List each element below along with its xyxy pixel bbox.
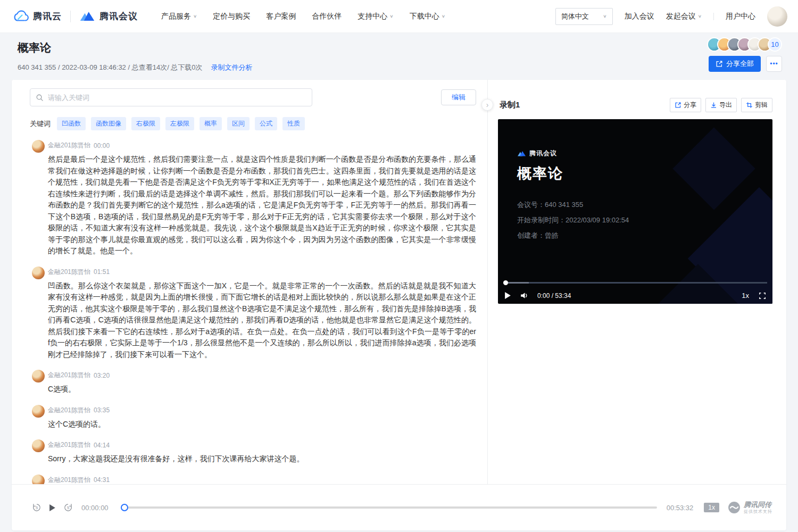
share-button[interactable]: 分享 [670, 98, 701, 112]
tencent-cloud-brand[interactable]: 腾讯云 [13, 10, 62, 23]
nav-item-cases[interactable]: 客户案例 [266, 12, 296, 21]
tencent-meeting-brand[interactable]: 腾讯会议 [79, 10, 138, 22]
entry-timestamp[interactable]: 04:31 [94, 476, 110, 484]
keyword-tag[interactable]: 公式 [255, 117, 277, 130]
transcript-entry[interactable]: 金融201陈晋怡 01:51 凹函数。那么你这个衣架就是，那你这下面这个一加X，… [32, 265, 476, 367]
current-time: 00:00:00 [81, 504, 109, 512]
keyword-tag[interactable]: 凹函数 [57, 117, 86, 130]
clip-button[interactable]: 剪辑 [741, 98, 772, 112]
share-all-button[interactable]: 分享全部 [709, 56, 761, 72]
record-time-line: 开始录制时间：2022/03/09 19:02:54 [517, 212, 629, 228]
nav-item-pricing[interactable]: 定价与购买 [213, 12, 250, 21]
page-header: 概率论 640 341 355 / 2022-03-09 18:46:32 / … [0, 33, 798, 80]
keyword-tag[interactable]: 概率 [200, 117, 222, 130]
viewer-avatar-stack[interactable]: 10 [707, 37, 782, 52]
search-input[interactable] [48, 94, 306, 102]
file-analysis-link[interactable]: 录制文件分析 [211, 63, 253, 72]
speaker-avatar [32, 405, 45, 418]
chevron-down-icon: ∨ [698, 14, 702, 19]
keywords-row: 关键词 凹函数 函数图像 右极限 左极限 概率 区间 公式 性质 [30, 117, 476, 130]
video-progress-handle[interactable] [503, 280, 508, 285]
nav-item-products[interactable]: 产品服务 ∨ [161, 12, 197, 21]
creator-line: 创建者：曾皓 [517, 228, 629, 243]
viewer-count-badge[interactable]: 10 [768, 37, 782, 52]
rewind-5s-button[interactable]: 5 [32, 503, 41, 512]
play-icon [49, 504, 56, 512]
entry-text[interactable]: 然后是最后一个是这个规范性，然后我们需要注意一点，就是这四个性质是我们判断一个函… [48, 154, 476, 257]
user-avatar[interactable] [767, 6, 787, 27]
meeting-number: 640 341 355 [545, 201, 583, 209]
timeline-slider[interactable] [121, 506, 657, 509]
transcript-entry[interactable]: 金融201陈晋怡 04:14 Sorry，大家这题我还是没有很准备好，这样，我们… [32, 438, 476, 471]
speaker-name: 金融201陈晋怡 [48, 440, 90, 450]
playback-speed-button[interactable]: 1x [742, 292, 749, 300]
tencent-meeting-label: 腾讯会议 [99, 10, 138, 22]
language-select[interactable]: 简体中文 ∨ [555, 8, 613, 25]
video-brand: 腾讯会议 [517, 149, 557, 158]
speaker-name: 金融201陈晋怡 [48, 268, 90, 277]
start-meeting-link[interactable]: 发起会议 ∨ [666, 12, 702, 21]
share-icon [675, 102, 681, 109]
video-progress-bar[interactable] [503, 282, 767, 284]
more-options-button[interactable]: ••• [766, 56, 782, 72]
entry-timestamp[interactable]: 00:00 [94, 142, 110, 149]
edit-button[interactable]: 编辑 [441, 89, 476, 105]
collapse-panel-button[interactable]: › [481, 99, 493, 111]
speaker-name: 金融201陈晋怡 [48, 476, 90, 485]
fullscreen-icon [759, 292, 766, 300]
speed-badge-button[interactable]: 1x [704, 503, 719, 512]
entry-timestamp[interactable]: 03:35 [94, 406, 110, 414]
keyword-tag[interactable]: 区间 [227, 117, 250, 130]
chevron-down-icon: ∨ [389, 14, 393, 19]
keyword-tag[interactable]: 右极限 [131, 117, 160, 130]
export-button[interactable]: 导出 [705, 98, 737, 112]
video-controls: 0:00 / 53:34 1x [504, 291, 766, 300]
tencent-meeting-logo-icon [79, 11, 95, 22]
video-time-display: 0:00 / 53:34 [537, 292, 571, 300]
search-row: 编辑 [30, 88, 476, 106]
entry-timestamp[interactable]: 04:14 [94, 442, 110, 449]
entry-text[interactable]: Sorry，大家这题我还是没有很准备好，这样，我们下次课再给大家讲这个题。 [48, 453, 476, 465]
fullscreen-button[interactable] [759, 292, 766, 300]
volume-button[interactable] [520, 291, 529, 300]
transcript-list[interactable]: 金融201陈晋怡 00:00 然后是最后一个是这个规范性，然后我们需要注意一点，… [12, 139, 487, 484]
video-buffer [508, 282, 529, 284]
creator-name: 曾皓 [545, 231, 559, 239]
content-card: 编辑 关键词 凹函数 函数图像 右极限 左极限 概率 区间 公式 性质 [12, 80, 786, 530]
play-button[interactable] [49, 504, 56, 512]
speaker-avatar [32, 475, 45, 485]
entry-text[interactable]: 凹函数。那么你这个衣架就是，那你这下面这个一加X，它是一个。就是非常正常的一个一… [48, 280, 476, 361]
join-meeting-link[interactable]: 加入会议 [625, 12, 654, 21]
keyword-tag[interactable]: 性质 [282, 117, 305, 130]
keyword-tag[interactable]: 函数图像 [91, 117, 126, 130]
speaker-name: 金融201陈晋怡 [48, 141, 90, 150]
entry-timestamp[interactable]: 01:51 [94, 268, 110, 276]
navbar-right: 简体中文 ∨ 加入会议 发起会议 ∨ 用户中心 [555, 6, 787, 27]
nav-item-download[interactable]: 下载中心 ∨ [410, 12, 445, 21]
recording-panel: 录制1 分享 [488, 80, 786, 484]
speaker-avatar [32, 267, 45, 279]
entry-timestamp[interactable]: 03:20 [94, 372, 110, 379]
transcript-entry[interactable]: 金融201陈晋怡 03:20 C选项。 [32, 369, 476, 402]
timeline-handle[interactable] [121, 504, 128, 511]
transcript-entry[interactable]: 金融201陈晋怡 03:35 这个C选项的话。 [32, 404, 476, 437]
forward-5s-button[interactable]: 5 [63, 503, 73, 512]
entry-text[interactable]: 这个C选项的话。 [48, 419, 476, 430]
translator-brand: 腾讯同传 提供技术支持 [728, 501, 772, 514]
nav-item-partners[interactable]: 合作伙伴 [312, 12, 342, 21]
panel-divider: › [487, 80, 488, 484]
header-buttons: 分享全部 ••• [709, 56, 782, 72]
entry-text[interactable]: C选项。 [48, 384, 476, 395]
play-button[interactable] [504, 292, 511, 300]
nav-item-support[interactable]: 支持中心 ∨ [358, 12, 393, 21]
keyword-tag[interactable]: 左极限 [165, 117, 194, 130]
forward-5-icon: 5 [63, 503, 73, 512]
user-center-link[interactable]: 用户中心 [726, 12, 755, 21]
volume-icon [520, 291, 529, 300]
brand-divider [70, 11, 71, 22]
video-player[interactable]: 腾讯会议 概率论 会议号：640 341 355 开始录制时间：2022/03/… [498, 119, 772, 304]
transcript-entry[interactable]: 金融201陈晋怡 04:31 那我们先不看C，我们先来看一下。先来看一下第的话，… [32, 473, 476, 485]
transcript-entry[interactable]: 金融201陈晋怡 00:00 然后是最后一个是这个规范性，然后我们需要注意一点，… [32, 139, 476, 263]
video-brand-label: 腾讯会议 [529, 149, 557, 158]
tencent-interpreter-logo-icon [728, 501, 741, 514]
